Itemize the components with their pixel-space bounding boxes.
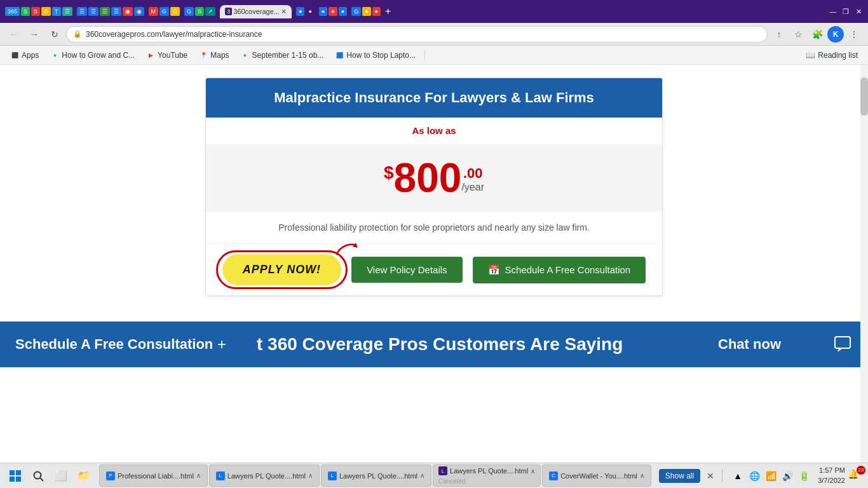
profile-btn[interactable]: K [827, 26, 844, 43]
bookmark-youtube[interactable]: ▶ YouTube [141, 49, 193, 62]
tab-favicon-13: M [149, 7, 159, 16]
taskbar-tab-2[interactable]: L Lawyers PL Quote....html ∧ [209, 464, 320, 487]
calendar-icon: 📅 [488, 264, 500, 276]
extensions-btn[interactable]: 🧩 [808, 25, 826, 43]
taskbar-clock[interactable]: 1:57 PM 3/7/2022 [818, 466, 845, 485]
tab-favicon-9: ☰ [100, 7, 110, 16]
page-content: Malpractice Insurance For Lawyers & Law … [0, 65, 868, 465]
taskbar-tab-3-arrow: ∧ [420, 472, 424, 479]
file-explorer-btn[interactable]: 📁 [74, 466, 94, 486]
view-policy-button[interactable]: View Policy Details [351, 257, 462, 283]
bookmark-lapto-label: How to Stop Lapto... [346, 51, 416, 60]
tab-favicon-10: ☰ [111, 7, 121, 16]
notification-badge-container[interactable]: 🔔 23 [848, 468, 863, 484]
tab-favicon-16: G [184, 7, 194, 16]
menu-btn[interactable]: ⋮ [845, 25, 863, 43]
tab-favicon-19: ● [296, 7, 304, 16]
tab-favicon-21: ● [319, 7, 327, 16]
chat-bar-text: Chat now [718, 336, 781, 353]
minimize-btn[interactable]: — [829, 7, 837, 16]
show-all-button[interactable]: Show all [659, 469, 700, 483]
tab-favicon-23: ● [339, 7, 347, 16]
tab-favicon-4: G [41, 7, 51, 16]
tab-active-favicon: 3 [225, 8, 232, 15]
taskbar-tab-5[interactable]: C CoverWallet - You....html ∧ [542, 464, 651, 487]
taskbar: ⬜ 📁 P Professional Liabi....html ∧ L Law… [0, 463, 868, 488]
tab-favicon-14: G [159, 7, 169, 16]
description-text: Professional liability protection for so… [278, 222, 589, 233]
taskbar-tab-1-favicon: P [106, 471, 115, 480]
notification-count: 23 [857, 466, 865, 475]
taskbar-close-btn[interactable]: ✕ [703, 468, 718, 484]
bookmark-grow[interactable]: ● How to Grow and C... [45, 49, 140, 62]
price-cents: .00 [461, 165, 484, 182]
scrollbar-thumb[interactable] [860, 78, 868, 116]
bookmark-apps[interactable]: ⬛ Apps [5, 49, 44, 62]
tab-favicon-26: ● [372, 7, 381, 16]
bookmark-apps-label: Apps [22, 51, 39, 60]
schedule-bar-plus[interactable]: + [217, 336, 226, 353]
new-tab-btn[interactable]: + [385, 6, 391, 17]
maximize-btn[interactable]: ❐ [841, 7, 850, 16]
schedule-bar-text: Schedule A Free Consultation [15, 336, 213, 353]
refresh-btn[interactable]: ↻ [46, 25, 64, 43]
bookmark-lapto[interactable]: 🟦 How to Stop Lapto... [330, 49, 421, 62]
as-low-text: As low as [412, 125, 456, 136]
tab-favicon-15: G [170, 7, 180, 16]
taskbar-tabs: P Professional Liabi....html ∧ L Lawyers… [99, 464, 651, 487]
browser-titlebar: 365 S S G T ☰ ☰ ☰ ☰ ☰ ◉ ◉ M G G G S ↗ 3 … [0, 0, 868, 23]
taskbar-tab-3-favicon: L [328, 471, 337, 480]
tab-favicon-7: ☰ [77, 7, 87, 16]
taskbar-tab-4-title: Lawyers PL Quote....html [450, 467, 528, 475]
apply-btn-wrapper: APPLY NOW! [222, 254, 341, 285]
close-btn[interactable]: ✕ [854, 7, 863, 16]
chat-bubble-icon [834, 336, 851, 353]
taskbar-tab-5-favicon: C [549, 471, 558, 480]
task-view-icon: ⬜ [55, 470, 67, 482]
bookmark-grow-label: How to Grow and C... [62, 51, 135, 60]
tab-favicon-17: S [195, 7, 204, 16]
taskbar-tab-1-arrow: ∧ [196, 472, 201, 479]
bookmark-youtube-label: YouTube [158, 51, 187, 60]
reading-list-btn[interactable]: 📖 Reading list [801, 49, 863, 62]
taskbar-tab-2-title: Lawyers PL Quote....html [227, 472, 306, 480]
scrollbar[interactable] [860, 65, 868, 465]
apply-now-button[interactable]: APPLY NOW! [222, 254, 341, 285]
bookmark-sept-label: September 1-15 ob... [252, 51, 324, 60]
forward-btn[interactable]: → [25, 25, 43, 43]
bookmarks-bar: ⬛ Apps ● How to Grow and C... ▶ YouTube … [0, 46, 868, 65]
tab-favicon-1: 365 [5, 7, 20, 16]
reading-list-icon: 📖 [806, 51, 815, 60]
address-text: 360coveragepros.com/lawyer/malpractice-i… [86, 30, 761, 39]
svg-line-4 [41, 478, 44, 481]
task-view-btn[interactable]: ⬜ [51, 466, 71, 486]
card-as-low: As low as [206, 118, 662, 145]
back-btn[interactable]: ← [5, 25, 23, 43]
schedule-consultation-button[interactable]: 📅 Schedule A Free Consultation [473, 257, 646, 283]
schedule-bar[interactable]: Schedule A Free Consultation + [0, 322, 241, 367]
tab-favicon-2: S [21, 7, 30, 16]
bookmark-btn[interactable]: ☆ [789, 25, 807, 43]
active-tab-close[interactable]: ✕ [281, 8, 287, 16]
start-button[interactable] [5, 466, 25, 486]
card-description: Professional liability protection for so… [206, 212, 662, 244]
price-amount: 800 [394, 158, 462, 198]
folder-icon: 📁 [78, 470, 90, 482]
taskbar-separator [722, 470, 722, 482]
customers-text: t 360 Coverage Pros Customers Are Saying [257, 334, 623, 354]
bookmarks-separator [424, 50, 425, 60]
price-dollar-sign: $ [384, 163, 394, 183]
taskbar-search-btn[interactable] [28, 466, 48, 486]
bookmark-sept[interactable]: ● September 1-15 ob... [236, 49, 329, 62]
taskbar-tab-2-arrow: ∧ [308, 472, 313, 479]
chat-bar[interactable]: Chat now [703, 322, 868, 367]
card-header: Malpractice Insurance For Lawyers & Law … [206, 78, 662, 118]
price-year: /year [461, 182, 484, 193]
taskbar-tab-4[interactable]: L Lawyers PL Quote....html ∧ Canceled [433, 464, 541, 487]
address-bar[interactable]: 🔒 360coveragepros.com/lawyer/malpractice… [66, 26, 768, 43]
tab-favicon-5: T [52, 7, 61, 16]
taskbar-tab-1[interactable]: P Professional Liabi....html ∧ [99, 464, 208, 487]
taskbar-tab-3[interactable]: L Lawyers PL Quote....html ∧ [321, 464, 431, 487]
bookmark-maps[interactable]: 📍 Maps [194, 49, 234, 62]
share-btn[interactable]: ↑ [770, 25, 788, 43]
